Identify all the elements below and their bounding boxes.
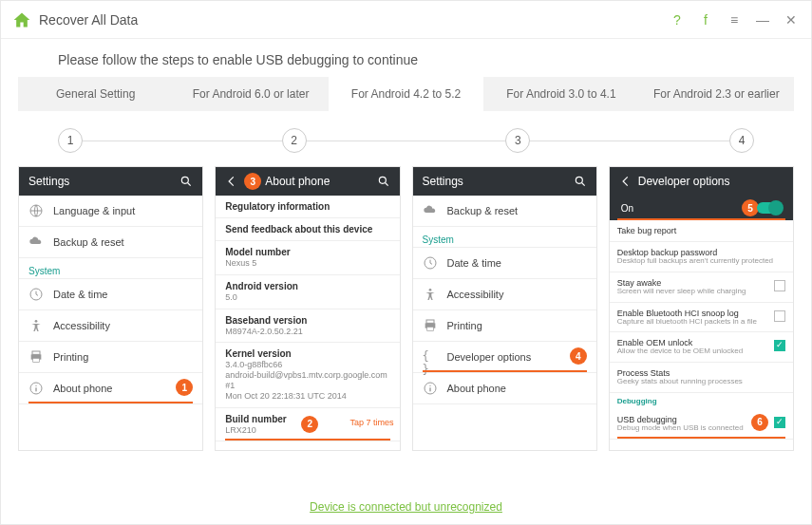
footer-link[interactable]: Device is connected but unrecognized [310, 500, 502, 514]
svg-point-21 [429, 385, 430, 386]
braces-icon: { } [423, 349, 438, 365]
tap-hint: Tap 7 times [349, 418, 393, 427]
search-icon [377, 175, 390, 188]
tab-android42[interactable]: For Android 4.2 to 5.2 [329, 77, 483, 111]
row-label: Accessibility [53, 320, 110, 331]
underline [423, 370, 587, 372]
section-debugging: Debugging [610, 393, 793, 409]
row-printing: Printing [19, 342, 202, 373]
row-backup: Backup & reset [413, 196, 596, 227]
svg-rect-22 [429, 387, 430, 391]
row-label: Printing [53, 351, 88, 363]
row-bugreport: Take bug report [610, 220, 793, 242]
printer-icon [28, 349, 44, 365]
back-icon [619, 175, 633, 188]
row-datetime: Date & time [413, 248, 596, 279]
accessibility-icon [423, 287, 438, 302]
dev-desc: Allow the device to be OEM unlocked [617, 347, 770, 356]
toggle-on [757, 202, 782, 214]
info-label: Model number [225, 247, 389, 257]
tab-android6[interactable]: For Android 6.0 or later [173, 77, 328, 111]
panel-2: 3 About phone Regulatory information Sen… [215, 166, 400, 451]
checkbox [774, 280, 785, 291]
cloud-icon [423, 203, 438, 218]
home-icon [12, 10, 31, 29]
section-system: System [413, 227, 596, 248]
row-label: Backup & reset [53, 236, 124, 248]
panel-4: Developer options On 5 Take bug report D… [609, 166, 794, 451]
svg-point-13 [576, 177, 582, 183]
panel-3: Settings Backup & reset System Date & ti… [412, 166, 597, 451]
tab-general[interactable]: General Setting [18, 77, 173, 111]
dev-title: Take bug report [617, 226, 785, 235]
dev-desc: Geeky stats about running processes [617, 378, 785, 386]
svg-line-1 [188, 183, 191, 186]
svg-rect-7 [33, 358, 40, 362]
menu-icon[interactable]: ≡ [726, 11, 743, 28]
row-usb-debugging: USB debuggingDebug mode when USB is conn… [610, 409, 793, 440]
printer-icon [423, 318, 438, 333]
svg-point-9 [35, 385, 36, 386]
panel-1: Settings Language & input Backup & reset… [18, 166, 203, 451]
checkbox [774, 310, 785, 322]
clock-icon [423, 255, 438, 271]
row-label: Backup & reset [447, 205, 519, 216]
back-icon [225, 175, 238, 188]
dev-desc: Capture all bluetooth HCI packets in a f… [617, 318, 770, 327]
row-backup: Backup & reset [19, 227, 202, 258]
panel2-title: About phone [265, 175, 330, 188]
row-label: About phone [447, 383, 506, 394]
underline [225, 439, 389, 441]
dev-desc: Screen will never sleep while charging [617, 288, 770, 296]
help-icon[interactable]: ? [669, 11, 686, 28]
row-label: Date & time [447, 257, 501, 269]
row-datetime: Date & time [19, 279, 202, 310]
info-label: Send feedback about this device [225, 224, 389, 234]
row-label: Printing [447, 320, 482, 331]
row-bluetooth-hci: Enable Bluetooth HCI snoop logCapture al… [610, 303, 793, 333]
badge-4: 4 [570, 347, 587, 365]
row-language: Language & input [19, 196, 202, 227]
svg-point-0 [182, 177, 189, 183]
row-kernel: Kernel version3.4.0-g88fbc66 android-bui… [216, 343, 399, 407]
svg-rect-5 [32, 351, 40, 354]
on-label: On [621, 203, 633, 214]
info-label: Regulatory information [225, 201, 389, 212]
svg-point-11 [379, 177, 386, 183]
checkbox-checked [774, 340, 785, 351]
minimize-icon[interactable]: — [754, 11, 771, 28]
accessibility-icon [28, 318, 44, 333]
info-icon [28, 381, 44, 396]
tab-android3[interactable]: For Android 3.0 to 4.1 [483, 77, 638, 111]
clock-icon [28, 287, 44, 302]
panel1-header: Settings [19, 167, 202, 196]
badge-3: 3 [244, 173, 261, 190]
badge-6: 6 [751, 414, 768, 431]
facebook-icon[interactable]: f [697, 11, 714, 28]
instruction-text: Please follow the steps to enable USB de… [1, 39, 811, 77]
tab-android23[interactable]: For Android 2.3 or earlier [639, 77, 794, 111]
svg-point-4 [35, 320, 38, 323]
panel2-header: 3 About phone [216, 167, 399, 196]
close-icon[interactable]: ✕ [783, 11, 800, 28]
svg-rect-10 [35, 387, 36, 391]
info-value: M8974A-2.0.50.2.21 [225, 327, 389, 337]
row-oem-unlock: Enable OEM unlockAllow the device to be … [610, 332, 793, 363]
row-build: Build numberLRX2102Tap 7 times [216, 408, 399, 442]
cloud-icon [28, 234, 44, 250]
badge-2: 2 [301, 416, 318, 433]
row-about-phone: About phone1 [19, 373, 202, 404]
row-label: Accessibility [447, 289, 504, 300]
info-value: 5.0 [225, 292, 389, 303]
step-1: 1 [58, 128, 83, 153]
badge-1: 1 [176, 379, 193, 396]
step-indicator: 1 2 3 4 [58, 128, 754, 153]
info-label: Baseband version [225, 315, 389, 326]
row-developer-options: { }Developer options4 [413, 342, 596, 373]
row-android-version: Android version5.0 [216, 275, 399, 309]
row-feedback: Send feedback about this device [216, 218, 399, 241]
underline [28, 402, 193, 403]
row-label: About phone [53, 383, 112, 394]
info-value: Nexus 5 [225, 258, 389, 269]
app-title: Recover All Data [39, 12, 138, 28]
